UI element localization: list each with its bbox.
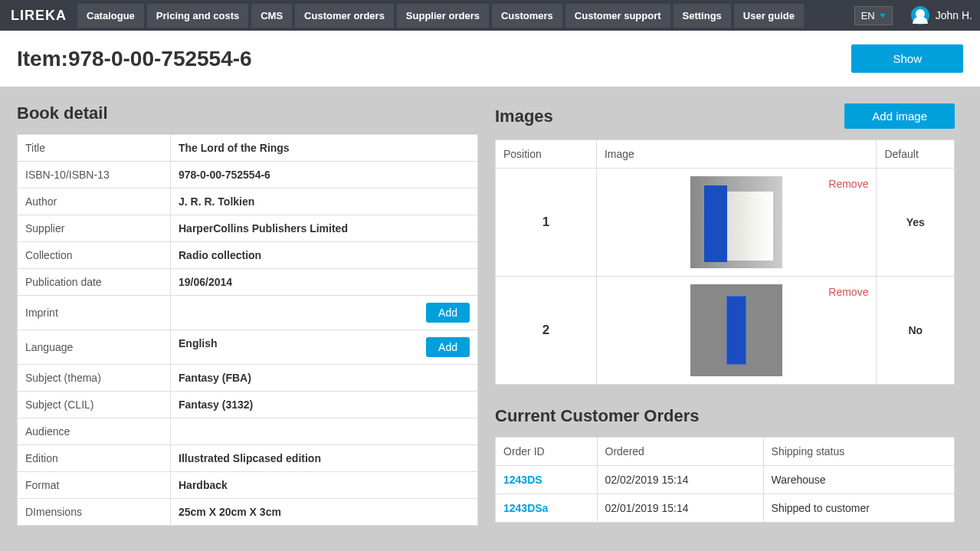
order-date: 02/02/2019 15:14 [597,466,763,494]
user-menu[interactable]: John H. [896,6,972,25]
orders-table: Order ID Ordered Shipping status 1243DS … [495,437,955,523]
detail-row: FormatHardback [18,472,478,499]
detail-label: Subject (thema) [18,365,171,392]
order-row: 1243DSa 02/01/2019 15:14 Shipped to cust… [496,494,955,523]
brand-logo: LIREKA [8,8,74,24]
detail-row: Subject (thema)Fantasy (FBA) [18,365,478,392]
detail-row: TitleThe Lord of the Rings [18,135,478,162]
image-cell: Remove [596,169,876,277]
book-thumbnail[interactable] [690,284,782,376]
show-button[interactable]: Show [851,44,963,73]
user-name: John H. [936,9,972,21]
image-row: 2 Remove No [496,277,955,385]
add-button[interactable]: Add [426,303,470,323]
detail-row: EditionIllustrated Slipcased edition [18,445,478,472]
order-row: 1243DS 02/02/2019 15:14 Warehouse [496,466,955,494]
nav-customers[interactable]: Customers [492,4,562,28]
detail-label: Format [18,472,171,499]
detail-label: DImensions [18,499,171,526]
detail-value: HarperCollins Publishers Limited [171,215,478,242]
order-link[interactable]: 1243DSa [503,502,548,514]
detail-value: 25cm X 20cm X 3cm [171,499,478,526]
detail-row: ImprintAdd [18,296,478,330]
remove-image-link[interactable]: Remove [828,178,868,190]
detail-value: Fantasy (FBA) [171,365,478,392]
book-thumbnail[interactable] [690,176,782,268]
main-content: Book detail TitleThe Lord of the RingsIS… [0,87,980,543]
detail-value: J. R. R. Tolkien [171,189,478,215]
images-col-image: Image [596,140,876,169]
detail-row: Audience [18,418,478,445]
image-default: Yes [877,169,955,277]
images-col-position: Position [496,140,597,169]
image-cell: Remove [596,277,876,385]
detail-row: SupplierHarperCollins Publishers Limited [18,215,478,242]
detail-value: Add [171,296,478,330]
detail-label: Collection [18,242,171,269]
nav-customer-orders[interactable]: Customer orders [295,4,394,28]
order-status: Warehouse [763,466,954,494]
nav-user-guide[interactable]: User guide [734,4,804,28]
image-default: No [877,277,955,385]
detail-row: Publication date19/06/2014 [18,269,478,296]
detail-label: Audience [18,418,171,445]
language-label: EN [861,10,875,21]
image-position: 1 [496,169,597,277]
chevron-down-icon [880,14,886,18]
detail-value: 19/06/2014 [171,269,478,296]
detail-value [171,418,478,445]
image-position: 2 [496,277,597,385]
nav-pricing[interactable]: Pricing and costs [147,4,248,28]
detail-row: DImensions25cm X 20cm X 3cm [18,499,478,526]
image-row: 1 Remove Yes [496,169,955,277]
detail-label: Edition [18,445,171,472]
detail-value: Radio collection [171,242,478,269]
detail-value: Fantasy (3132) [171,392,478,418]
order-link[interactable]: 1243DS [503,474,542,486]
top-navbar: LIREKA Catalogue Pricing and costs CMS C… [0,0,980,31]
orders-col-status: Shipping status [763,438,954,466]
detail-label: ISBN-10/ISBN-13 [18,162,171,189]
nav-supplier-orders[interactable]: Supplier orders [397,4,489,28]
detail-label: Author [18,189,171,215]
detail-row: AuthorJ. R. R. Tolkien [18,189,478,215]
nav-settings[interactable]: Settings [674,4,731,28]
order-date: 02/01/2019 15:14 [597,494,763,523]
detail-value: EnglishAdd [171,330,478,365]
detail-value: Hardback [171,472,478,499]
detail-value: Illustrated Slipcased edition [171,445,478,472]
remove-image-link[interactable]: Remove [828,286,868,298]
detail-row: ISBN-10/ISBN-13978-0-00-752554-6 [18,162,478,189]
page-header: Item:978-0-00-752554-6 Show [0,31,980,87]
detail-label: Imprint [18,296,171,330]
detail-label: Title [18,135,171,162]
images-table: Position Image Default 1 Remove Yes [495,139,955,385]
detail-label: Language [18,330,171,365]
orders-col-ordered: Ordered [597,438,763,466]
images-heading: Images [495,107,553,126]
detail-row: LanguageEnglishAdd [18,330,478,365]
detail-label: Subject (CLIL) [18,392,171,418]
avatar-icon [911,6,929,25]
detail-value: 978-0-00-752554-6 [171,162,478,189]
orders-heading: Current Customer Orders [495,406,700,426]
nav-cms[interactable]: CMS [251,4,292,28]
images-col-default: Default [877,140,955,169]
orders-col-id: Order ID [496,438,598,466]
nav-customer-support[interactable]: Customer support [565,4,670,28]
nav-catalogue[interactable]: Catalogue [77,4,144,28]
add-button[interactable]: Add [426,337,470,357]
book-detail-table: TitleThe Lord of the RingsISBN-10/ISBN-1… [17,134,478,526]
detail-value: The Lord of the Rings [171,135,478,162]
add-image-button[interactable]: Add image [844,103,955,129]
order-status: Shipped to customer [763,494,954,523]
language-selector[interactable]: EN [854,6,893,25]
detail-label: Supplier [18,215,171,242]
detail-row: CollectionRadio collection [18,242,478,269]
page-title: Item:978-0-00-752554-6 [17,47,252,71]
detail-row: Subject (CLIL)Fantasy (3132) [18,392,478,418]
book-detail-heading: Book detail [17,103,108,123]
detail-label: Publication date [18,269,171,296]
